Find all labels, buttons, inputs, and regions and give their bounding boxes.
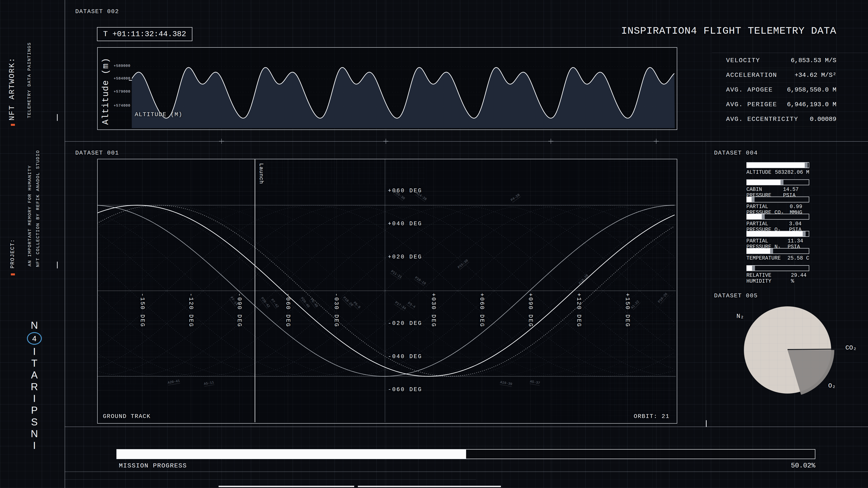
logo-letter: N <box>31 320 38 331</box>
logo-circled-4: 4 <box>27 332 42 345</box>
mission-progress-label: MISSION PROGRESS <box>119 462 187 469</box>
longitude-tick-label: -150 DEG <box>139 293 146 327</box>
footer-divider <box>65 471 868 472</box>
stat-value: 0.00089 <box>810 116 836 123</box>
gauge-bar <box>746 248 809 254</box>
altitude-series-label: ALTITUDE (M) <box>135 111 182 118</box>
scrubber-segment <box>358 486 501 487</box>
mission-progress-percent: 50.02% <box>747 462 815 469</box>
gauge-fill <box>747 249 770 254</box>
latitude-tick-label: +040 DEG <box>388 221 422 227</box>
logo-letter: I <box>33 440 36 451</box>
gauge-marker <box>762 214 765 219</box>
gauge-value: 25.58 C <box>787 255 809 261</box>
gauge-caption: TEMPERATURE25.58 C <box>746 255 809 261</box>
ground-track-caption: GROUND TRACK <box>103 413 151 420</box>
section-divider-top <box>65 141 868 142</box>
gauge-label: ALTITUDE <box>746 169 771 175</box>
telemetry-dashboard: NFT ARTWORK: TELEMETRY DATA PAINTINGS PR… <box>0 0 868 488</box>
dataset-001-label: DATASET 001 <box>75 150 119 156</box>
dataset-005-label: DATASET 005 <box>714 292 758 299</box>
longitude-tick-label: +060 DEG <box>478 293 485 327</box>
altitude-y-tick: +584000 <box>99 76 130 80</box>
logo-letter: N <box>31 428 38 440</box>
crosshair-mark <box>654 139 659 144</box>
stat-row: AVG. ECCENTRICITY0.00089 <box>726 112 836 127</box>
longitude-tick-label: +120 DEG <box>576 293 582 327</box>
orange-bullet-icon <box>11 124 15 126</box>
gauge-marker <box>770 249 773 254</box>
gauge-caption: RELATIVE HUMIDITY29.44 % <box>746 272 809 284</box>
scrubber-segment <box>219 486 354 487</box>
altitude-waveform <box>132 48 675 128</box>
gauge-label: TEMPERATURE <box>746 255 781 261</box>
stat-label: AVG. ECCENTRICITY <box>726 116 798 123</box>
stat-value: +34.62 M/S² <box>795 72 836 78</box>
pie-label-n2: N₂ <box>737 313 744 320</box>
crosshair-mark <box>383 139 388 144</box>
stat-value: 6,958,550.0 M <box>787 86 836 93</box>
stat-row: ACCELERATION+34.62 M/S² <box>726 68 836 83</box>
mission-progress-fill <box>117 450 466 459</box>
pie-label-co2: CO₂ <box>845 344 857 351</box>
gauge-marker <box>803 231 806 236</box>
stat-value: 6,946,193.0 M <box>787 101 836 108</box>
axis-tick <box>129 80 132 80</box>
gauge-marker <box>752 197 754 202</box>
longitude-tick-label: -090 DEG <box>236 293 243 327</box>
dataset-004-label: DATASET 004 <box>714 150 758 156</box>
longitude-tick-label: +090 DEG <box>527 293 534 327</box>
gauge-fill <box>747 266 752 271</box>
pie-label-o2: O₂ <box>828 382 836 389</box>
stats-top-line <box>712 53 868 53</box>
latitude-tick-label: -020 DEG <box>388 320 422 327</box>
mission-progress-bar <box>116 449 815 459</box>
dataset-002-label: DATASET 002 <box>75 8 119 15</box>
section-divider-bottom <box>65 427 868 427</box>
panel-divider <box>706 141 706 427</box>
stat-row: AVG. APOGEE6,958,550.0 M <box>726 83 836 97</box>
stat-label: ACCELERATION <box>726 72 777 78</box>
gauge-bar <box>746 214 809 220</box>
longitude-tick-label: +030 DEG <box>430 293 437 327</box>
stat-label: VELOCITY <box>726 57 760 64</box>
altitude-y-tick: +574000 <box>99 104 130 108</box>
gauge-fill <box>747 197 752 202</box>
gauge-bar <box>746 197 809 202</box>
pie-grid-overlay <box>744 306 831 394</box>
inspiration4-logo: N4ITARIPSNI <box>26 320 42 451</box>
logo-letter: R <box>31 381 38 393</box>
gauge-bar <box>746 180 809 185</box>
sidebar-nft-artwork-heading: NFT ARTWORK: <box>8 57 16 121</box>
logo-letter: A <box>31 369 37 381</box>
latitude-tick-label: -060 DEG <box>388 386 422 393</box>
crosshair-mark <box>219 139 224 144</box>
stat-value: 6,853.53 M/S <box>791 57 836 64</box>
gauge-label: RELATIVE HUMIDITY <box>746 272 791 284</box>
divider-tick <box>706 420 707 427</box>
logo-letter: I <box>33 346 36 357</box>
gauge-marker <box>805 163 808 168</box>
launch-marker-label: Launch <box>258 163 264 184</box>
orbit-counter: ORBIT: 21 <box>557 413 670 420</box>
longitude-tick-label: +150 DEG <box>624 293 631 327</box>
orange-bullet-icon <box>11 273 15 275</box>
gauge-marker <box>752 266 755 271</box>
logo-letter: S <box>31 416 37 428</box>
sidebar-nft-artwork-subtitle: TELEMETRY DATA PAINTINGS <box>27 42 32 118</box>
gauge-bar <box>746 231 809 237</box>
stat-label: AVG. PERIGEE <box>726 101 777 108</box>
gauge-marker <box>780 180 783 185</box>
altitude-y-tick: +589000 <box>99 64 130 68</box>
gauge-caption: ALTITUDE583282.06 M <box>746 169 809 175</box>
mission-clock-value: T +01:11:32:44.382 <box>103 30 186 38</box>
crosshair-mark <box>548 139 553 144</box>
gauge-fill <box>747 231 803 236</box>
logo-letter: P <box>31 404 37 416</box>
gauge-fill <box>747 163 805 168</box>
gauge-bar <box>746 162 809 168</box>
altitude-y-tick: +579000 <box>99 90 130 94</box>
latitude-tick-label: -040 DEG <box>388 353 422 360</box>
gauge-fill <box>747 214 762 219</box>
sidebar-project-heading: PROJECT: <box>9 239 16 268</box>
